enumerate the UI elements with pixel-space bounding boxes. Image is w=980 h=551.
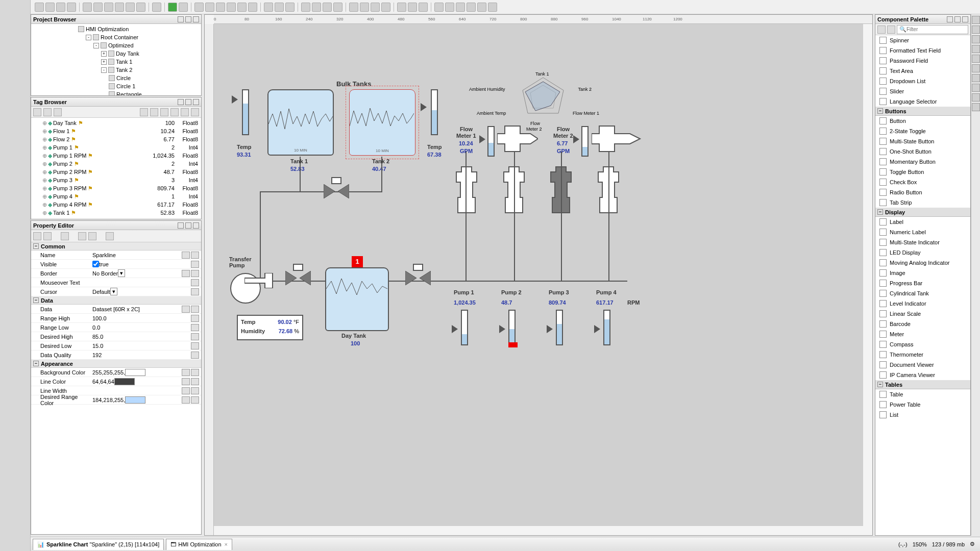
- tag-tool-icon[interactable]: [43, 108, 52, 116]
- palette-item[interactable]: Check Box: [875, 177, 970, 187]
- pin-icon[interactable]: [185, 222, 191, 229]
- tag-tool-icon[interactable]: [54, 108, 62, 116]
- dock-icon[interactable]: [178, 222, 184, 229]
- palette-item[interactable]: Table: [875, 389, 970, 399]
- align-center-icon[interactable]: [360, 3, 369, 12]
- tank2-temp-gauge[interactable]: [431, 89, 438, 135]
- palette-item[interactable]: Level Indicator: [875, 298, 970, 309]
- toolbar-button[interactable]: [419, 3, 428, 12]
- palette-item[interactable]: Label: [875, 217, 970, 227]
- editor-tab[interactable]: 🗔 HMI Optimization ×: [166, 539, 232, 550]
- tag-row[interactable]: ⊕◆Pump 3 ⚑3Int4: [32, 176, 200, 184]
- tree-item[interactable]: Rectangle: [32, 90, 200, 95]
- palette-item[interactable]: IP Camera Viewer: [875, 370, 970, 380]
- toolbar-button[interactable]: [227, 3, 236, 12]
- prop-row[interactable]: BorderNo Border ▾: [31, 269, 201, 278]
- toolbar-button[interactable]: [205, 3, 214, 12]
- flow1-gauge[interactable]: [487, 126, 495, 157]
- toolbar-button[interactable]: [104, 3, 113, 12]
- tool-icon[interactable]: [972, 84, 980, 92]
- pump-rpm-gauge[interactable]: [461, 310, 468, 345]
- zoom-level[interactable]: 150%: [913, 541, 927, 547]
- alarm-badge[interactable]: 1: [352, 256, 363, 267]
- toolbar-button[interactable]: [216, 3, 225, 12]
- align-left-icon[interactable]: [349, 3, 358, 12]
- toolbar-button[interactable]: [152, 3, 161, 12]
- palette-item[interactable]: Tab Strip: [875, 197, 970, 208]
- toolbar-button[interactable]: [67, 3, 76, 12]
- palette-item[interactable]: Formatted Text Field: [875, 45, 970, 56]
- palette-search-input[interactable]: [906, 27, 966, 32]
- tag-tool-icon[interactable]: [150, 108, 158, 116]
- palette-item[interactable]: Language Selector: [875, 96, 970, 107]
- status-icon[interactable]: ⚙: [970, 541, 975, 547]
- valve[interactable]: [324, 177, 349, 199]
- palette-item[interactable]: Password Field: [875, 56, 970, 66]
- tag-row[interactable]: ⊕◆Day Tank ⚑100Float8: [32, 119, 200, 127]
- palette-item[interactable]: Numeric Label: [875, 227, 970, 237]
- prop-tool-icon[interactable]: [61, 232, 69, 240]
- tag-tool-icon[interactable]: [170, 108, 179, 116]
- pin-icon[interactable]: [185, 99, 191, 105]
- day-tank[interactable]: [325, 267, 389, 331]
- tank1-temp-gauge[interactable]: [242, 89, 249, 135]
- selection-status-tab[interactable]: 📊 Sparkline Chart "Sparkline" (2,15) [11…: [33, 539, 164, 550]
- project-tree[interactable]: HMI Optimization-Root Container-Optimize…: [31, 24, 201, 95]
- palette-item[interactable]: Multi-State Indicator: [875, 237, 970, 247]
- toolbar-button[interactable]: [179, 3, 188, 12]
- palette-item[interactable]: Toggle Button: [875, 167, 970, 177]
- tool-icon[interactable]: [972, 64, 980, 72]
- prop-row[interactable]: CursorDefault ▾: [31, 287, 201, 296]
- toolbar-button[interactable]: [381, 3, 390, 12]
- prop-tool-icon[interactable]: [88, 232, 96, 240]
- palette-item[interactable]: Dropdown List: [875, 76, 970, 86]
- palette-item[interactable]: Moving Analog Indicator: [875, 258, 970, 268]
- palette-item[interactable]: Document Viewer: [875, 360, 970, 370]
- prop-row[interactable]: Range Low0.0: [31, 323, 201, 332]
- palette-item[interactable]: Text Area: [875, 66, 970, 76]
- dock-icon[interactable]: [178, 16, 184, 22]
- flow2-gauge[interactable]: [581, 126, 589, 157]
- prop-row[interactable]: Mouseover Text: [31, 278, 201, 287]
- prop-row[interactable]: Range High100.0: [31, 314, 201, 323]
- tree-item[interactable]: Circle: [32, 74, 200, 82]
- zoom-in-icon[interactable]: [285, 3, 295, 12]
- palette-item[interactable]: Compass: [875, 339, 970, 349]
- prop-row[interactable]: DataDataset [60R x 2C]: [31, 305, 201, 314]
- toolbar-button[interactable]: [397, 3, 406, 12]
- tag-tool-icon[interactable]: [140, 108, 148, 116]
- toolbar-button[interactable]: [488, 3, 497, 12]
- toolbar-button[interactable]: [323, 3, 332, 12]
- tag-row[interactable]: ⊕◆Pump 2 RPM ⚑48.7Float8: [32, 168, 200, 176]
- rect-tool-icon[interactable]: [972, 26, 980, 34]
- pump-rpm-gauge[interactable]: [603, 310, 610, 345]
- toolbar-button[interactable]: [93, 3, 103, 12]
- radar-chart[interactable]: Tank 1 Tank 2 Flow Meter 1 Flow Meter 2 …: [510, 72, 576, 123]
- zoom-reset-icon[interactable]: [275, 3, 284, 12]
- align-right-icon[interactable]: [371, 3, 380, 12]
- run-icon[interactable]: [168, 3, 177, 12]
- toolbar-button[interactable]: [312, 3, 321, 12]
- toolbar-button[interactable]: [477, 3, 486, 12]
- valve-right[interactable]: [405, 264, 431, 286]
- valve-left[interactable]: [285, 264, 311, 286]
- toolbar-button[interactable]: [301, 3, 310, 12]
- tag-row[interactable]: ⊕◆Pump 1 ⚑2Int4: [32, 143, 200, 152]
- palette-item[interactable]: Spinner: [875, 35, 970, 45]
- tag-row[interactable]: ⊕◆Pump 4 ⚑1Int4: [32, 192, 200, 201]
- palette-item[interactable]: Meter: [875, 329, 970, 339]
- prop-row[interactable]: Desired Range Color184,218,255,: [31, 395, 201, 405]
- palette-item[interactable]: Power Table: [875, 399, 970, 410]
- palette-search[interactable]: 🔍: [897, 25, 968, 34]
- palette-tool-icon[interactable]: [887, 26, 895, 34]
- tag-tool-icon[interactable]: [181, 108, 189, 116]
- designer-canvas[interactable]: Bulk Tanks Temp 93.31 10 MIN Tank 1 52.8…: [214, 24, 863, 526]
- tree-item[interactable]: HMI Optimization: [32, 25, 200, 33]
- tag-row[interactable]: ⊕◆Tank 1 Temp ⚑93.31Float8: [32, 217, 200, 219]
- prop-section-common[interactable]: −Common: [31, 242, 201, 251]
- palette-section[interactable]: −Buttons: [875, 107, 970, 116]
- prop-tool-icon[interactable]: [33, 232, 41, 240]
- tag-row[interactable]: ⊕◆Tank 1 ⚑52.83Float8: [32, 209, 200, 217]
- toolbar-button[interactable]: [35, 3, 44, 12]
- circle-tool-icon[interactable]: [972, 35, 980, 43]
